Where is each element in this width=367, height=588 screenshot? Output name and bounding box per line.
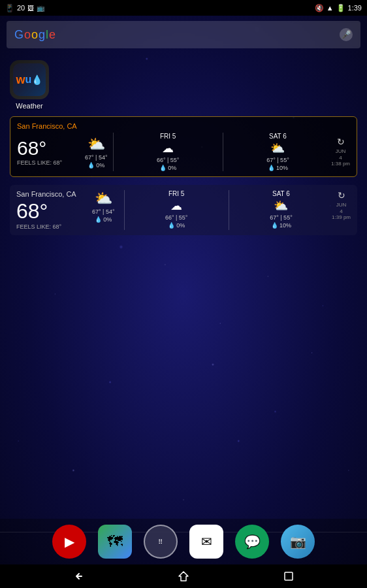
wu-inner: wu💧 (13, 63, 46, 96)
widget1-day2: SAT 6 ⛅ 67° | 55° 💧 10% (229, 133, 327, 171)
widget1-temp: 68° (17, 139, 82, 158)
widget1-precip: 💧 0% (88, 162, 104, 169)
widget2-divider1 (124, 190, 125, 230)
recents-button[interactable] (276, 566, 302, 586)
widget1-icon-area: ⛅ 67° | 54° 💧 0% (85, 136, 108, 169)
launcher-icon: ⠿ (158, 538, 163, 546)
wifi-icon: ▲ (327, 4, 334, 12)
wu-app-icon[interactable]: wu💧 (10, 60, 49, 99)
widget2-temp: 68° (16, 199, 88, 223)
gmail-icon: ✉ (201, 534, 212, 549)
widget1-hilo: 67° | 54° (85, 154, 108, 161)
mic-icon[interactable]: 🎤 (340, 28, 353, 41)
widget1-day1-precip: 💧 0% (159, 165, 176, 171)
widget1-refresh[interactable]: ↻ JUN 4 1:38 pm (331, 137, 350, 167)
widget1-row: 68° FEELS LIKE: 68° ⛅ 67° | 54° 💧 0% FRI… (17, 133, 350, 171)
widget2-day1-icon: ☁ (170, 199, 182, 213)
app-icons-row: wu💧 Weather (0, 54, 367, 116)
widget2-refresh[interactable]: ↻ JUN 4 1:39 pm (332, 190, 351, 221)
sim-icon: 📱 (5, 4, 14, 12)
widget1-day1: FRI 5 ☁ 66° | 55° 💧 0% (119, 133, 217, 171)
day1-drop-icon: 💧 (159, 165, 167, 171)
widget2-day2: SAT 6 ⛅ 67° | 55° 💧 10% (234, 190, 328, 229)
widget2-location: San Francisco, CA (16, 190, 88, 198)
dock-camera[interactable]: 📷 (281, 525, 315, 559)
dock-youtube[interactable]: ▶ (52, 525, 86, 559)
widget2-icon-area: ⛅ 67° | 54° 💧 0% (92, 190, 115, 223)
widget2-day2-precip: 💧 10% (271, 222, 291, 229)
nav-bar (0, 564, 367, 588)
search-bar[interactable]: Google 🎤 (7, 21, 360, 48)
svg-rect-0 (285, 572, 293, 580)
recents-icon (282, 570, 295, 583)
back-button[interactable] (65, 566, 91, 586)
widget1-day1-label: FRI 5 (160, 133, 176, 140)
status-bar: 📱 20 🖼 📺 🔇 ▲ 🔋 1:39 (0, 0, 367, 16)
google-g: G (14, 28, 24, 41)
widget1-divider1 (113, 133, 114, 171)
weather-widget-1: San Francisco, CA 68° FEELS LIKE: 68° ⛅ … (10, 116, 357, 177)
widget1-day2-hilo: 67° | 55° (266, 157, 289, 163)
home-button[interactable] (170, 566, 197, 586)
widget2-day1-label: FRI 5 (168, 190, 184, 197)
camera-icon: 📷 (290, 534, 306, 549)
widget1-day2-label: SAT 6 (269, 133, 287, 140)
widget1-current: 68° FEELS LIKE: 68° (17, 139, 82, 166)
widget2-row: San Francisco, CA 68° FEELS LIKE: 68° ⛅ … (16, 190, 351, 230)
mute-icon: 🔇 (315, 4, 324, 12)
widget1-day2-precip: 💧 10% (268, 165, 288, 171)
status-right: 🔇 ▲ 🔋 1:39 (315, 4, 362, 12)
w2-d2-drop: 💧 (271, 222, 278, 229)
widget2-divider2 (229, 190, 229, 230)
photo-icon: 🖼 (27, 5, 34, 12)
widget1-divider2 (223, 133, 223, 171)
maps-icon: 🗺 (107, 532, 123, 551)
widget2-day2-icon: ⛅ (274, 199, 288, 213)
widget1-day1-icon: ☁ (162, 141, 174, 155)
w2-drop-icon: 💧 (95, 216, 102, 223)
dock-launcher[interactable]: ⠿ (144, 525, 178, 559)
widget2-feels: FEELS LIKE: 68° (16, 223, 88, 230)
back-icon (72, 570, 85, 583)
w2-d1-drop: 💧 (168, 222, 175, 229)
widget1-refresh-time: JUN 4 1:38 pm (331, 148, 350, 167)
widget2-day1-hilo: 66° | 55° (165, 214, 188, 221)
widget2-day1-precip: 💧 0% (168, 222, 185, 229)
widget2-current: San Francisco, CA 68° FEELS LIKE: 68° (16, 190, 88, 230)
weather-widget-2: San Francisco, CA 68° FEELS LIKE: 68° ⛅ … (10, 185, 357, 235)
dock-hangouts[interactable]: 💬 (235, 525, 269, 559)
day2-drop-icon: 💧 (268, 165, 275, 171)
widget2-current-icon: ⛅ (95, 190, 112, 207)
status-left: 📱 20 🖼 📺 (5, 4, 44, 12)
weather-app-icon[interactable]: wu💧 Weather (10, 60, 49, 110)
hangouts-icon: 💬 (244, 534, 261, 549)
dock-maps[interactable]: 🗺 (98, 525, 132, 559)
dock: ▶ 🗺 ⠿ ✉ 💬 📷 (0, 519, 367, 564)
widget1-location: San Francisco, CA (17, 122, 350, 130)
battery-level: 20 (17, 4, 25, 12)
widget1-day1-hilo: 66° | 55° (157, 157, 180, 163)
cast-icon: 📺 (37, 5, 44, 12)
widget1-refresh-icon[interactable]: ↻ (337, 137, 345, 147)
widget2-refresh-icon[interactable]: ↻ (338, 190, 345, 201)
widget2-refresh-time: JUN 4 1:39 pm (332, 202, 351, 221)
home-icon (177, 570, 190, 583)
widget2-hilo: 67° | 54° (92, 208, 115, 215)
widget2-precip: 💧 0% (95, 216, 112, 223)
widget2-day2-hilo: 67° | 55° (270, 214, 293, 221)
widget1-current-icon: ⛅ (88, 136, 105, 153)
youtube-icon: ▶ (65, 534, 74, 549)
widget2-day2-label: SAT 6 (272, 190, 290, 197)
widget1-day2-icon: ⛅ (270, 141, 285, 155)
battery-icon: 🔋 (336, 4, 345, 12)
clock: 1:39 (348, 4, 362, 12)
dock-gmail[interactable]: ✉ (189, 525, 223, 559)
widget1-feels: FEELS LIKE: 68° (17, 159, 82, 166)
weather-app-label: Weather (16, 102, 42, 110)
precip-drop-icon: 💧 (88, 162, 95, 169)
widget2-day1: FRI 5 ☁ 66° | 55° 💧 0% (130, 190, 223, 229)
google-logo: Google (14, 28, 340, 42)
